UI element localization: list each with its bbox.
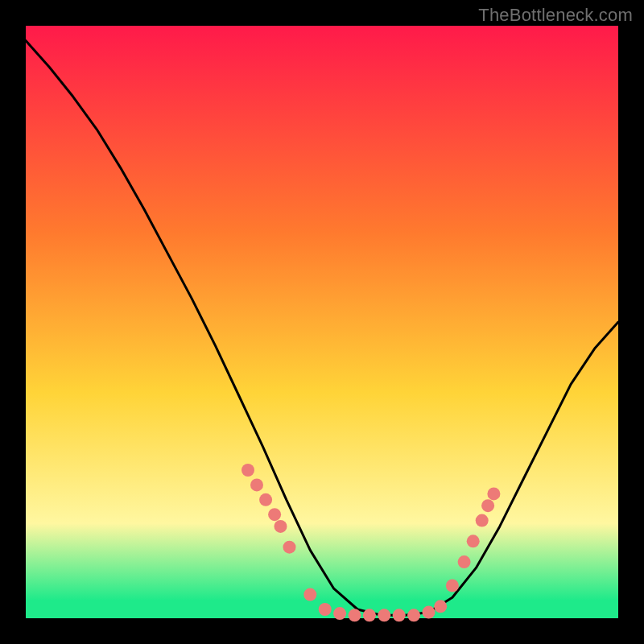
data-marker [303,588,316,601]
data-marker [458,555,471,568]
data-marker [393,609,406,621]
data-marker [476,514,489,527]
data-marker [242,464,254,477]
chart-canvas: TheBottleneck.com [0,0,644,644]
data-marker [319,603,332,616]
data-marker [275,520,287,533]
bottleneck-plot [0,0,644,644]
attribution-text: TheBottleneck.com [478,5,633,26]
data-marker [446,580,459,592]
data-marker [467,535,480,547]
data-marker [363,609,376,621]
data-marker [487,487,500,500]
data-marker [407,609,420,621]
data-marker [434,600,447,613]
data-marker [481,499,494,512]
data-marker [378,609,390,621]
data-marker [349,609,361,621]
data-marker [283,541,296,554]
data-marker [333,607,346,620]
data-marker [250,478,263,491]
data-marker [423,606,436,619]
data-marker [259,493,272,506]
data-marker [268,508,281,521]
plot-area [26,26,618,618]
